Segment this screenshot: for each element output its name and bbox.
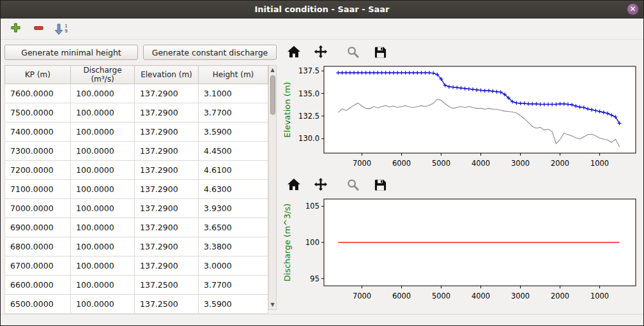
discharge-plot[interactable]: 700060005000400030002000100010510095Disc… (282, 195, 640, 304)
table-cell[interactable]: 3.9300 (199, 199, 268, 218)
table-cell[interactable]: 6600.0000 (5, 276, 71, 295)
discharge-plot-toolbar (282, 176, 640, 195)
table-cell[interactable]: 100.0000 (71, 180, 135, 199)
column-header-height[interactable]: Height (m) (199, 66, 268, 84)
app-window: Initial condition - Saar - Saar ✕ (0, 0, 644, 326)
generate-minimal-height-button[interactable]: Generate minimal height (4, 45, 138, 60)
table-cell[interactable]: 3.5900 (199, 122, 268, 142)
window-title: Initial condition - Saar - Saar (254, 4, 389, 14)
zoom-button[interactable] (343, 177, 362, 195)
table-cell[interactable]: 3.3800 (199, 237, 268, 256)
zoom-icon (346, 178, 360, 194)
table-row: 6800.0000100.0000137.29003.3800 (5, 237, 268, 256)
table-cell[interactable]: 137.2900 (135, 199, 199, 218)
save-button[interactable] (370, 177, 389, 195)
generate-constant-discharge-button[interactable]: Generate constant discharge (143, 45, 277, 60)
svg-text:3000: 3000 (511, 292, 530, 300)
table-cell[interactable]: 6800.0000 (5, 237, 71, 256)
svg-text:135.0: 135.0 (298, 89, 319, 98)
table-cell[interactable]: 137.2900 (135, 180, 199, 199)
table-cell[interactable]: 3.7700 (199, 276, 268, 295)
svg-text:137.5: 137.5 (298, 66, 319, 75)
right-panel: 7000600050004000300020001000137.5135.013… (278, 40, 644, 314)
table-cell[interactable]: 3.0000 (199, 256, 268, 276)
table-cell[interactable]: 3.1000 (199, 84, 268, 103)
home-icon (287, 45, 301, 61)
scrollbar-thumb[interactable] (270, 75, 275, 115)
table-cell[interactable]: 100.0000 (71, 103, 135, 122)
table-cell[interactable]: 6500.0000 (5, 295, 71, 314)
footer-strip (1, 314, 643, 325)
table-cell[interactable]: 100.0000 (71, 256, 135, 276)
scroll-up-icon[interactable]: ▲ (270, 66, 274, 75)
table-cell[interactable]: 3.7700 (199, 103, 268, 122)
pan-button[interactable] (311, 44, 330, 62)
table-cell[interactable]: 3.6500 (199, 218, 268, 237)
table-cell[interactable]: 100.0000 (71, 237, 135, 256)
table-cell[interactable]: 4.6300 (199, 180, 268, 199)
table-cell[interactable]: 7200.0000 (5, 161, 71, 180)
save-button[interactable] (370, 44, 389, 62)
add-row-button[interactable] (6, 20, 25, 38)
table-cell[interactable]: 7100.0000 (5, 180, 71, 199)
table-cell[interactable]: 100.0000 (71, 122, 135, 142)
table-cell[interactable]: 100.0000 (71, 161, 135, 180)
zoom-button[interactable] (343, 44, 362, 62)
column-header-elevation[interactable]: Elevation (m) (135, 66, 199, 84)
home-button[interactable] (284, 44, 303, 62)
table-cell[interactable]: 7600.0000 (5, 84, 71, 103)
table-cell[interactable]: 100.0000 (71, 142, 135, 161)
table-cell[interactable]: 137.2900 (135, 161, 199, 180)
table-cell[interactable]: 7500.0000 (5, 103, 71, 122)
home-button[interactable] (284, 177, 303, 195)
svg-text:5000: 5000 (432, 159, 450, 168)
sort-digits: 1 9 (65, 24, 67, 34)
table-row: 7100.0000100.0000137.29004.6300 (5, 180, 268, 199)
table-cell[interactable]: 100.0000 (71, 295, 135, 314)
pan-icon (314, 45, 328, 61)
table-cell[interactable]: 137.2900 (135, 84, 199, 103)
table-cell[interactable]: 137.2500 (135, 295, 199, 314)
table-cell[interactable]: 137.2900 (135, 103, 199, 122)
svg-text:Elevation (m): Elevation (m) (282, 82, 292, 137)
table-cell[interactable]: 6700.0000 (5, 256, 71, 276)
table-cell[interactable]: 7000.0000 (5, 199, 71, 218)
table-cell[interactable]: 137.2900 (135, 237, 199, 256)
table-cell[interactable]: 6900.0000 (5, 218, 71, 237)
titlebar[interactable]: Initial condition - Saar - Saar ✕ (1, 1, 643, 19)
svg-text:5000: 5000 (432, 292, 450, 300)
table-cell[interactable]: 7400.0000 (5, 122, 71, 142)
table-row: 6500.0000100.0000137.25003.5900 (5, 295, 268, 314)
table-cell[interactable]: 100.0000 (71, 199, 135, 218)
scroll-down-icon[interactable]: ▼ (270, 300, 274, 309)
table-header-row: KP (m) Discharge (m³/s) Elevation (m) He… (5, 66, 268, 84)
table-cell[interactable]: 100.0000 (71, 218, 135, 237)
sort-rows-button[interactable]: 1 9 (52, 20, 71, 38)
column-header-kp[interactable]: KP (m) (5, 66, 71, 84)
vertical-scrollbar[interactable]: ▲ ▼ (268, 65, 277, 310)
table-cell[interactable]: 137.2900 (135, 122, 199, 142)
svg-text:6000: 6000 (392, 292, 411, 300)
table-cell[interactable]: 100.0000 (71, 84, 135, 103)
table-cell[interactable]: 137.2900 (135, 218, 199, 237)
elevation-plot[interactable]: 7000600050004000300020001000137.5135.013… (282, 63, 640, 171)
table-cell[interactable]: 137.2500 (135, 276, 199, 295)
table-cell[interactable]: 3.5900 (199, 295, 268, 314)
table-row: 7400.0000100.0000137.29003.5900 (5, 122, 268, 142)
save-icon (373, 45, 387, 61)
initial-condition-table: KP (m) Discharge (m³/s) Elevation (m) He… (4, 65, 268, 314)
zoom-icon (346, 45, 360, 61)
close-button[interactable]: ✕ (627, 3, 639, 15)
table-cell[interactable]: 7300.0000 (5, 142, 71, 161)
home-icon (287, 178, 301, 193)
pan-button[interactable] (311, 177, 330, 195)
buttons-row: Generate minimal height Generate constan… (4, 45, 277, 60)
remove-row-button[interactable] (29, 20, 48, 38)
table-cell[interactable]: 4.6100 (199, 161, 268, 180)
table-cell[interactable]: 137.2900 (135, 142, 199, 161)
table-cell[interactable]: 137.2900 (135, 256, 199, 276)
column-header-discharge[interactable]: Discharge (m³/s) (71, 66, 135, 84)
sort-icon: 1 9 (55, 23, 67, 35)
table-cell[interactable]: 4.4500 (199, 142, 268, 161)
table-cell[interactable]: 100.0000 (71, 276, 135, 295)
